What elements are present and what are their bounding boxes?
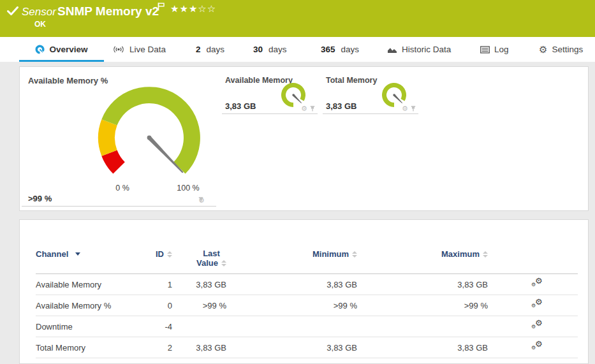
sensor-title: SNMP Memory v2 — [57, 4, 159, 18]
ok-check-icon — [7, 6, 18, 17]
channel-settings-icon[interactable]: ⚙⚙ — [531, 278, 544, 289]
broadcast-icon — [112, 45, 125, 54]
mini-gauge-title: Total Memory — [326, 76, 377, 85]
sort-desc-icon — [75, 252, 80, 256]
tab-live-data[interactable]: Live Data — [112, 37, 166, 62]
channel-minimum: 3,83 GB — [230, 274, 361, 295]
column-header-id[interactable]: ID — [151, 244, 176, 274]
sort-icon — [221, 260, 226, 266]
gauge-icon — [35, 45, 45, 54]
object-kind-label: Sensor — [22, 6, 56, 18]
tab-live-data-label: Live Data — [129, 45, 166, 54]
column-header-actions — [492, 244, 578, 274]
channel-name: Available Memory % — [36, 295, 151, 316]
channel-last-value — [176, 316, 230, 337]
gauge-needle — [148, 136, 184, 173]
channel-minimum: >99 % — [230, 295, 361, 316]
channel-id: -4 — [151, 316, 176, 337]
pin-icon[interactable] — [310, 106, 315, 112]
tab-30-days-label: days — [268, 45, 287, 54]
channel-id: 0 — [151, 295, 176, 316]
tab-2-days[interactable]: 2 days — [196, 37, 224, 62]
active-tab-underline — [19, 60, 104, 62]
channel-row: Available Memory13,83 GB3,83 GB3,83 GB⚙⚙ — [36, 274, 578, 295]
tab-365-days-label: days — [341, 45, 360, 54]
main-gauge-title: Available Memory % — [28, 76, 108, 85]
mini-gauge-value: 3,83 GB — [225, 101, 256, 111]
tab-365-days-number: 365 — [321, 45, 335, 54]
mini-gauge-tile-total-memory[interactable]: Total Memory 3,83 GB ⚙ — [323, 74, 418, 114]
channel-actions-cell: ⚙⚙ — [492, 316, 578, 337]
column-header-maximum-label: Maximum — [441, 249, 480, 259]
channel-maximum — [361, 316, 492, 337]
column-header-last-value[interactable]: Last Value — [176, 244, 230, 274]
channel-actions-cell: ⚙⚙ — [492, 274, 578, 295]
channel-minimum: 3,83 GB — [230, 337, 361, 358]
tab-30-days-number: 30 — [253, 45, 263, 54]
channel-table: Channel ID Last Value Minimum Maximum Av… — [36, 244, 578, 358]
tab-historic-data[interactable]: Historic Data — [387, 37, 451, 62]
channel-settings-icon[interactable]: ⚙⚙ — [531, 299, 544, 310]
main-gauge-tile[interactable]: Available Memory % 0 % 100 % >99 % ⚙ — [22, 71, 216, 207]
channel-row: Downtime-4⚙⚙ — [36, 316, 578, 337]
sensor-header: Sensor SNMP Memory v2 ★★★☆☆ OK — [0, 0, 595, 37]
gauge-zone-amber — [98, 119, 117, 156]
pin-icon[interactable] — [198, 197, 203, 203]
channel-last-value: 3,83 GB — [176, 337, 230, 358]
tab-2-days-number: 2 — [196, 45, 201, 54]
column-header-maximum[interactable]: Maximum — [361, 244, 492, 274]
column-header-channel[interactable]: Channel — [36, 244, 151, 274]
channel-maximum: >99 % — [361, 295, 492, 316]
tab-log[interactable]: Log — [480, 37, 509, 62]
tab-historic-data-label: Historic Data — [402, 45, 451, 54]
tab-30-days[interactable]: 30 days — [253, 37, 287, 62]
channel-settings-icon[interactable]: ⚙⚙ — [531, 341, 544, 353]
channel-maximum: 3,83 GB — [361, 337, 492, 358]
channel-actions-cell: ⚙⚙ — [492, 295, 578, 316]
column-header-value-label: Value — [196, 258, 218, 268]
priority-stars[interactable]: ★★★☆☆ — [170, 3, 216, 15]
channel-actions-cell: ⚙⚙ — [492, 337, 578, 358]
tab-2-days-label: days — [207, 45, 225, 54]
gauges-panel: Available Memory % 0 % 100 % >99 % ⚙ Ava… — [19, 66, 589, 211]
gauge-scale-max: 100 % — [172, 184, 204, 193]
pin-icon[interactable] — [411, 106, 416, 112]
tab-settings-label: Settings — [552, 45, 583, 54]
tile-gear-icon[interactable]: ⚙ — [402, 105, 408, 112]
channel-table-header-row: Channel ID Last Value Minimum Maximum — [36, 244, 578, 274]
gauge-scale-min: 0 % — [107, 184, 138, 193]
column-header-minimum[interactable]: Minimum — [230, 244, 361, 274]
channel-row: Available Memory %0>99 %>99 %>99 %⚙⚙ — [36, 295, 578, 316]
tab-overview-label: Overview — [49, 45, 87, 54]
channel-name: Available Memory — [36, 274, 151, 295]
stars-filled: ★★★ — [170, 3, 198, 14]
column-header-minimum-label: Minimum — [312, 249, 349, 259]
channel-table-body: Available Memory13,83 GB3,83 GB3,83 GB⚙⚙… — [36, 274, 578, 358]
channel-settings-icon[interactable]: ⚙⚙ — [531, 320, 544, 331]
main-gauge-value: >99 % — [28, 194, 52, 203]
gear-icon: ⚙ — [539, 45, 547, 54]
channel-id: 1 — [151, 274, 176, 295]
tab-bar: Overview Live Data 2 days 30 days 365 da… — [0, 37, 595, 62]
channel-name: Total Memory — [36, 337, 151, 358]
tab-settings[interactable]: ⚙ Settings — [539, 37, 583, 62]
column-header-channel-label: Channel — [36, 249, 68, 259]
stars-empty: ☆☆ — [198, 3, 216, 14]
mini-gauge-tile-available-memory[interactable]: Available Memory 3,83 GB ⚙ — [222, 74, 318, 114]
channel-last-value: 3,83 GB — [176, 274, 230, 295]
column-header-last-label: Last — [203, 249, 220, 258]
channel-row: Total Memory23,83 GB3,83 GB3,83 GB⚙⚙ — [36, 337, 578, 358]
channels-panel: Channel ID Last Value Minimum Maximum Av… — [19, 219, 589, 364]
chart-icon — [387, 46, 397, 54]
sort-icon — [352, 251, 357, 258]
tile-gear-icon[interactable]: ⚙ — [301, 105, 307, 112]
channel-maximum: 3,83 GB — [361, 274, 492, 295]
channel-minimum — [230, 316, 361, 337]
status-badge: OK — [34, 20, 46, 29]
tab-overview[interactable]: Overview — [19, 37, 104, 62]
tab-365-days[interactable]: 365 days — [321, 37, 359, 62]
sort-icon — [483, 251, 488, 258]
column-header-id-label: ID — [156, 249, 164, 259]
channel-last-value: >99 % — [176, 295, 230, 316]
flag-icon[interactable] — [158, 3, 165, 11]
